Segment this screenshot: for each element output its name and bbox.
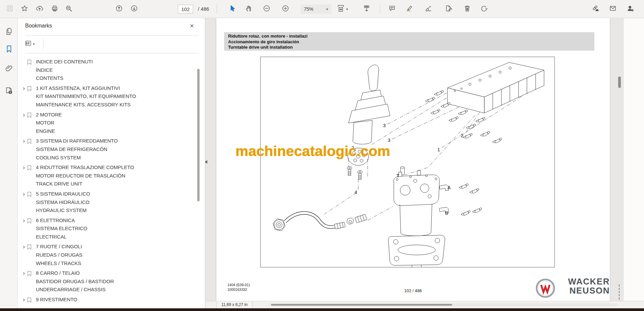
page-title-en: Turntable drive unit installation <box>228 45 594 50</box>
sign-button[interactable] <box>423 4 433 14</box>
expand-chevron-icon[interactable]: › <box>18 190 26 215</box>
close-panel-button[interactable]: ✕ <box>188 22 196 30</box>
paperclip-icon <box>5 64 13 74</box>
select-tool-button[interactable] <box>227 4 237 14</box>
zoom-out-button[interactable] <box>262 4 272 14</box>
bookmark-item-kits[interactable]: › 1 KIT ASSISTENZA, KIT AGGIUNTIVIKIT MA… <box>18 84 199 109</box>
bookmark-item-track-drive[interactable]: › 4 RIDUTTORE TRASLAZIONE COMPLETOMOTOR … <box>18 163 199 188</box>
zoom-level-value: 75% <box>304 6 313 12</box>
highlighter-icon <box>406 5 413 13</box>
expand-chevron-icon[interactable]: › <box>18 137 26 162</box>
attachments-button[interactable] <box>4 64 14 74</box>
redo-rotate-button[interactable] <box>479 4 489 14</box>
main-toolbar: / 486 75% ▾ ▾ <box>0 0 644 18</box>
document-pane: ◀ Riduttore rotaz. con motore - installa… <box>206 18 623 301</box>
trash-icon <box>464 5 471 13</box>
email-button[interactable] <box>608 4 618 14</box>
edit-page-button[interactable] <box>443 4 453 14</box>
bookmark-item-electrical[interactable]: › 6 ELETTRONICASISTEMA ELECTRICOELECTRIC… <box>18 216 199 241</box>
page-thumbnails-button[interactable] <box>4 27 14 37</box>
search-button[interactable] <box>64 4 74 14</box>
bookmark-item-hydraulic[interactable]: › 5 SISTEMA IDRAULICOSISTEMA HIDRÁULICOH… <box>18 190 199 215</box>
share-link-button[interactable] <box>590 4 600 14</box>
expand-chevron-icon[interactable]: › <box>18 84 26 109</box>
minus-circle-icon <box>263 5 270 13</box>
expand-chevron-icon[interactable]: › <box>18 243 26 267</box>
share-upload-button[interactable] <box>35 4 45 14</box>
document-code: 1404 (E09-01) <box>227 282 250 287</box>
person-add-icon <box>627 5 634 13</box>
print-button[interactable] <box>50 4 60 14</box>
comment-icon <box>388 5 396 13</box>
comment-button[interactable] <box>387 4 397 14</box>
expand-chevron-icon[interactable]: › <box>18 216 26 241</box>
cursor-icon <box>229 5 236 13</box>
bookmark-label: 6 ELETTRONICASISTEMA ELECTRICOELECTRICAL <box>36 216 199 241</box>
save-icon <box>6 5 13 13</box>
bookmark-icon <box>5 45 13 55</box>
panel-title: Bookmarks <box>25 23 52 29</box>
bookmark-label: 3 SISTEMA DI RAFFREDDAMENTOSISTEMA DE RE… <box>36 137 199 162</box>
page-total-label: / 486 <box>198 6 209 12</box>
link-cloud-icon <box>592 5 599 13</box>
bottom-screen-strip <box>0 308 644 311</box>
hand-tool-button[interactable] <box>244 4 254 14</box>
bookmarks-list: INDICE DEI CONTENUTIÍNDICECONTENTS › 1 K… <box>18 54 199 308</box>
page-scrolling-button[interactable] <box>362 4 372 14</box>
page-title-it: Riduttore rotaz. con motore - installazi <box>228 34 594 39</box>
save-button[interactable] <box>5 4 15 14</box>
control-valve-block <box>447 62 544 113</box>
svg-text:4: 4 <box>355 190 357 195</box>
bookmark-ribbon-icon <box>26 84 36 109</box>
bookmarks-options-button[interactable]: ▾ <box>24 39 39 49</box>
svg-text:T: T <box>396 173 399 178</box>
horizontal-scrollbar-thumb[interactable] <box>271 304 452 306</box>
print-icon <box>51 5 58 13</box>
rotate-icon <box>480 5 488 13</box>
bookmark-label: 9 RIVESTIMENTO <box>36 296 199 305</box>
highlight-button[interactable] <box>405 4 415 14</box>
bookmark-ribbon-icon <box>26 58 36 83</box>
share-with-people-button[interactable] <box>625 4 635 14</box>
bookmark-item-engine[interactable]: › 2 MOTOREMOTORENGINE <box>18 111 199 136</box>
fit-width-dropdown[interactable]: ▾ <box>337 4 354 14</box>
bookmark-item-cooling[interactable]: › 3 SISTEMA DI RAFFREDDAMENTOSISTEMA DE … <box>18 137 199 162</box>
vertical-scrollbar-thumb[interactable] <box>618 76 621 88</box>
document-info-button[interactable] <box>4 86 14 97</box>
expand-chevron-icon[interactable]: › <box>18 296 26 305</box>
bookmark-label: 8 CARRO / TELAIOBASTIDOR ORUGAS / BASTID… <box>36 269 199 294</box>
expand-chevron-icon[interactable]: › <box>18 163 26 188</box>
svg-text:3: 3 <box>383 123 386 128</box>
bookmark-ribbon-icon <box>26 190 36 215</box>
bookmark-item-chassis[interactable]: › 8 CARRO / TELAIOBASTIDOR ORUGAS / BAST… <box>18 269 199 294</box>
wacker-neuson-monogram-icon <box>535 278 556 299</box>
expand-chevron-icon[interactable]: › <box>18 269 26 294</box>
bookmarks-panel-button[interactable] <box>4 44 14 55</box>
turntable-drive-motor <box>388 167 482 267</box>
arrow-down-circle-icon <box>130 5 138 13</box>
options-list-icon <box>24 40 32 48</box>
zoom-in-button[interactable] <box>280 4 290 14</box>
mail-icon <box>609 5 616 13</box>
bookmark-item-covering[interactable]: › 9 RIVESTIMENTO <box>18 296 199 305</box>
star-button[interactable] <box>19 4 30 14</box>
bookmark-ribbon-icon <box>26 163 36 188</box>
watermark-text: machinecatalogic.com <box>235 143 410 159</box>
divider <box>25 53 199 53</box>
plus-circle-icon <box>282 5 289 13</box>
bookmark-ribbon-icon <box>26 243 36 267</box>
panel-scrollbar-thumb[interactable] <box>197 69 200 201</box>
bookmark-label: INDICE DEI CONTENUTIÍNDICECONTENTS <box>36 58 199 83</box>
bookmark-item-contents[interactable]: INDICE DEI CONTENUTIÍNDICECONTENTS <box>18 58 199 83</box>
expand-chevron-icon[interactable]: › <box>18 111 26 136</box>
delete-button[interactable] <box>462 4 472 14</box>
page-number-input[interactable] <box>178 5 193 13</box>
search-icon <box>65 5 72 13</box>
next-page-button[interactable] <box>129 4 139 14</box>
zoom-level-dropdown[interactable]: 75% ▾ <box>301 4 331 14</box>
bookmark-item-wheels-tracks[interactable]: › 7 RUOTE / CINGOLIRUEDAS / ORUGASWHEELS… <box>18 243 199 267</box>
svg-text:1: 1 <box>437 147 440 152</box>
previous-page-button[interactable] <box>114 4 124 14</box>
signature-pen-icon <box>425 5 432 13</box>
bookmark-ribbon-icon <box>26 269 36 294</box>
